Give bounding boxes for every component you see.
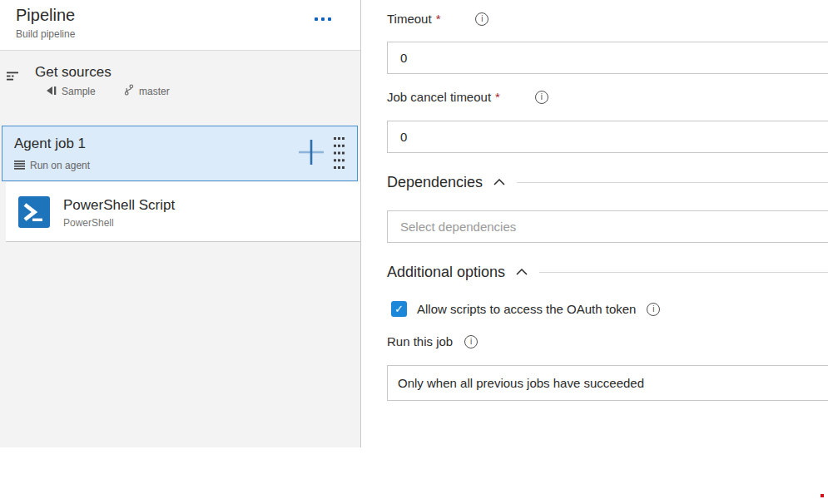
run-this-job-label-row: Run this job i xyxy=(387,334,478,348)
run-this-job-label: Run this job xyxy=(387,334,453,348)
run-this-job-value: Only when all previous jobs have succeed… xyxy=(398,376,644,390)
job-cancel-timeout-input[interactable] xyxy=(387,121,828,153)
pipeline-header: Pipeline Build pipeline xyxy=(0,0,360,51)
info-icon[interactable]: i xyxy=(475,12,488,26)
repo-name: Sample xyxy=(62,86,96,97)
stray-red-mark xyxy=(821,494,824,497)
pipeline-tree-panel: Pipeline Build pipeline Get sources Samp… xyxy=(0,0,361,447)
add-task-icon[interactable] xyxy=(299,140,324,165)
oauth-checkbox-label[interactable]: Allow scripts to access the OAuth token xyxy=(417,302,636,316)
oauth-checkbox-row: ✓ Allow scripts to access the OAuth toke… xyxy=(391,301,660,317)
required-marker: * xyxy=(495,90,500,104)
pipeline-title: Pipeline xyxy=(16,6,75,25)
branch-icon xyxy=(124,84,134,99)
info-icon[interactable]: i xyxy=(464,335,478,348)
chevron-up-icon[interactable] xyxy=(516,269,528,275)
dependencies-section-header[interactable]: Dependencies xyxy=(387,171,828,193)
agent-icon xyxy=(14,158,25,173)
repo-icon xyxy=(46,84,57,99)
additional-options-section-header[interactable]: Additional options xyxy=(387,261,828,283)
drag-handle-icon[interactable] xyxy=(334,137,345,172)
pipeline-subtitle: Build pipeline xyxy=(16,28,75,40)
oauth-checkbox[interactable]: ✓ xyxy=(391,301,407,317)
dependencies-input[interactable] xyxy=(387,210,828,243)
timeout-label-row: Timeout * i xyxy=(387,12,488,26)
repo-info: Sample xyxy=(46,84,96,99)
task-subtitle: PowerShell xyxy=(63,217,114,229)
additional-options-heading: Additional options xyxy=(387,264,505,281)
powershell-icon xyxy=(18,196,50,228)
info-icon[interactable]: i xyxy=(647,303,660,316)
get-sources-icon xyxy=(7,70,19,85)
more-options-icon[interactable] xyxy=(315,17,331,21)
section-divider xyxy=(539,272,828,273)
chevron-up-icon[interactable] xyxy=(493,179,505,185)
timeout-label: Timeout xyxy=(387,12,432,26)
dependencies-heading: Dependencies xyxy=(387,174,483,191)
task-row-powershell[interactable]: PowerShell Script PowerShell xyxy=(6,182,360,242)
required-marker: * xyxy=(436,12,441,26)
run-this-job-dropdown[interactable]: Only when all previous jobs have succeed… xyxy=(387,365,828,401)
timeout-input[interactable] xyxy=(387,42,828,74)
branch-info: master xyxy=(124,84,170,99)
job-settings-panel: Timeout * i Job cancel timeout * i Depen… xyxy=(361,0,828,504)
get-sources-title: Get sources xyxy=(35,64,112,81)
agent-job-title: Agent job 1 xyxy=(14,136,86,152)
agent-job-subtitle: Run on agent xyxy=(30,160,90,171)
job-cancel-timeout-label: Job cancel timeout xyxy=(387,90,491,104)
task-title: PowerShell Script xyxy=(63,197,175,214)
info-icon[interactable]: i xyxy=(535,91,548,104)
job-cancel-timeout-label-row: Job cancel timeout * i xyxy=(387,90,548,104)
get-sources-row[interactable]: Get sources Sample master xyxy=(0,51,360,126)
agent-job-subtitle-group: Run on agent xyxy=(14,158,90,173)
branch-name: master xyxy=(139,86,170,97)
section-divider xyxy=(517,182,828,183)
agent-job-row-selected[interactable]: Agent job 1 Run on agent xyxy=(2,126,358,181)
